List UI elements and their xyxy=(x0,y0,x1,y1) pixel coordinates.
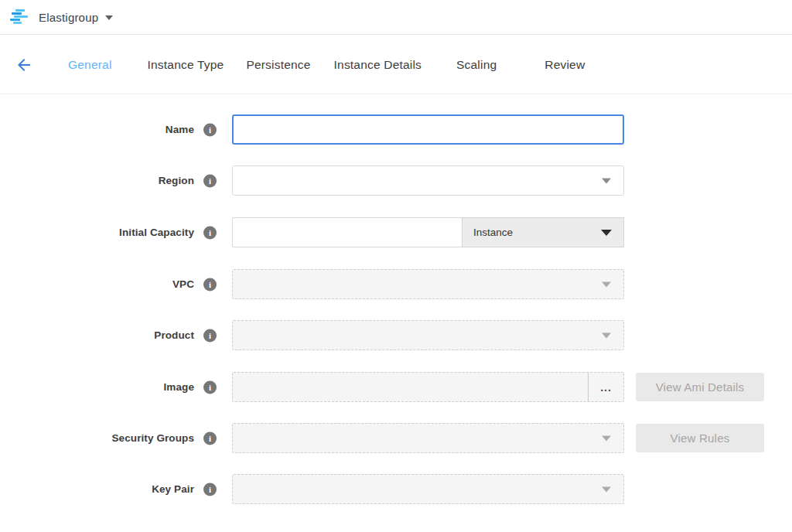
image-browse-button[interactable]: ... xyxy=(588,373,623,401)
info-glyph: i xyxy=(209,280,211,289)
image-input[interactable]: ... xyxy=(232,372,624,402)
vpc-select[interactable] xyxy=(232,269,624,299)
info-icon[interactable]: i xyxy=(203,278,217,291)
field-row-initial-capacity: Initial Capacity i Instance xyxy=(0,217,792,247)
chevron-down-icon xyxy=(602,435,611,441)
info-glyph: i xyxy=(209,331,211,340)
key-pair-select[interactable] xyxy=(232,474,624,504)
info-icon[interactable]: i xyxy=(203,380,217,394)
tab-persistence[interactable]: Persistence xyxy=(246,58,310,72)
general-form: Name i Region i Initial Capacity i Insta… xyxy=(0,95,792,532)
product-label: Product xyxy=(0,320,194,350)
tab-general[interactable]: General xyxy=(68,58,112,72)
chevron-down-icon xyxy=(602,486,611,492)
field-row-vpc: VPC i xyxy=(0,269,792,299)
region-label: Region xyxy=(0,165,194,196)
app-switcher[interactable]: Elastigroup xyxy=(9,8,113,26)
info-glyph: i xyxy=(209,228,211,237)
view-rules-button[interactable]: View Rules xyxy=(636,424,764,452)
tab-instance-type[interactable]: Instance Type xyxy=(148,58,224,72)
info-glyph: i xyxy=(209,176,211,186)
security-groups-select[interactable] xyxy=(232,423,624,453)
chevron-down-icon xyxy=(105,15,113,20)
info-icon[interactable]: i xyxy=(203,329,217,342)
info-glyph: i xyxy=(209,485,211,494)
name-input[interactable] xyxy=(232,114,624,145)
field-row-key-pair: Key Pair i xyxy=(0,474,792,504)
initial-capacity-input[interactable] xyxy=(232,217,462,247)
region-select[interactable] xyxy=(232,165,624,196)
info-glyph: i xyxy=(209,434,211,443)
chevron-down-icon xyxy=(602,281,611,287)
chevron-down-icon xyxy=(601,230,612,236)
view-ami-details-button[interactable]: View Ami Details xyxy=(636,373,764,401)
capacity-unit-value: Instance xyxy=(473,227,513,238)
tab-review[interactable]: Review xyxy=(544,58,585,72)
image-input-value xyxy=(233,373,588,401)
tab-scaling[interactable]: Scaling xyxy=(456,58,497,72)
back-button[interactable] xyxy=(14,55,34,75)
wizard-tab-bar: General Instance Type Persistence Instan… xyxy=(0,36,792,94)
capacity-unit-select[interactable]: Instance xyxy=(462,217,624,247)
image-label: Image xyxy=(0,372,194,402)
tab-instance-details[interactable]: Instance Details xyxy=(334,58,422,72)
key-pair-label: Key Pair xyxy=(0,474,194,504)
initial-capacity-label: Initial Capacity xyxy=(0,217,194,247)
name-label: Name xyxy=(0,114,194,145)
info-icon[interactable]: i xyxy=(203,431,217,445)
top-bar: Elastigroup xyxy=(0,0,792,35)
elastigroup-logo-icon xyxy=(9,8,31,26)
product-select[interactable] xyxy=(232,320,624,350)
chevron-down-icon xyxy=(602,332,611,338)
info-icon[interactable]: i xyxy=(203,174,217,187)
field-row-product: Product i xyxy=(0,320,792,350)
field-row-image: Image i ... View Ami Details xyxy=(0,372,792,402)
chevron-down-icon xyxy=(602,178,611,183)
info-icon[interactable]: i xyxy=(203,483,217,496)
info-icon[interactable]: i xyxy=(203,226,217,239)
security-groups-label: Security Groups xyxy=(0,423,194,453)
info-glyph: i xyxy=(209,383,211,392)
back-arrow-icon xyxy=(15,56,33,74)
field-row-region: Region i xyxy=(0,165,792,196)
field-row-security-groups: Security Groups i View Rules xyxy=(0,423,792,453)
app-name: Elastigroup xyxy=(39,11,98,24)
info-icon[interactable]: i xyxy=(203,123,217,136)
info-glyph: i xyxy=(209,125,211,135)
field-row-name: Name i xyxy=(0,114,792,145)
vpc-label: VPC xyxy=(0,269,194,299)
